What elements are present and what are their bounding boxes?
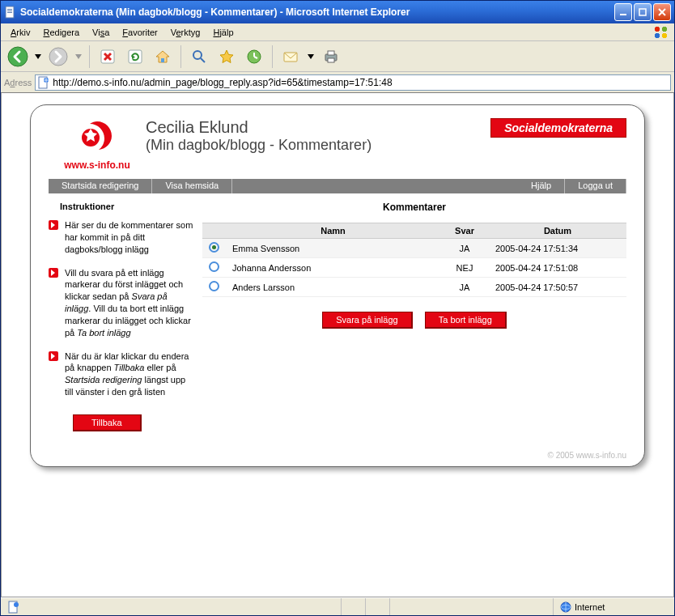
instruction-item: Vill du svara på ett inlägg markerar du … bbox=[49, 267, 194, 339]
comments-panel: Kommentarer Namn Svar Datum Emma Svensso… bbox=[202, 202, 626, 431]
cell-date: 2005-04-24 17:50:57 bbox=[489, 278, 626, 297]
svg-rect-29 bbox=[328, 58, 334, 62]
print-button[interactable] bbox=[319, 45, 343, 69]
nav-visa[interactable]: Visa hemsida bbox=[152, 179, 232, 193]
instructions-heading: Instruktioner bbox=[60, 202, 194, 211]
col-name: Namn bbox=[226, 223, 440, 239]
refresh-button[interactable] bbox=[123, 45, 147, 69]
back-button[interactable] bbox=[6, 45, 30, 69]
status-cell bbox=[389, 598, 414, 615]
page-icon bbox=[4, 6, 17, 19]
address-label: Adress bbox=[4, 78, 32, 87]
table-row[interactable]: Emma SvenssonJA2005-04-24 17:51:34 bbox=[202, 239, 626, 258]
bullet-icon bbox=[49, 268, 58, 278]
nav-startsida[interactable]: Startsida redigering bbox=[49, 179, 152, 193]
cell-answer: JA bbox=[440, 278, 489, 297]
forward-dropdown[interactable] bbox=[74, 45, 83, 69]
menu-redigera[interactable]: Redigera bbox=[36, 26, 86, 39]
svg-rect-5 bbox=[639, 9, 646, 15]
svg-rect-2 bbox=[7, 11, 12, 11]
cell-date: 2005-04-24 17:51:08 bbox=[489, 258, 626, 278]
status-zone-label: Internet bbox=[575, 602, 605, 612]
search-button[interactable] bbox=[187, 45, 211, 69]
favorites-button[interactable] bbox=[214, 45, 239, 69]
svg-rect-18 bbox=[161, 58, 164, 62]
svg-point-19 bbox=[193, 51, 202, 59]
close-button[interactable] bbox=[653, 3, 671, 21]
globe-icon bbox=[560, 601, 571, 613]
mail-dropdown[interactable] bbox=[306, 45, 316, 69]
maximize-button[interactable] bbox=[634, 3, 652, 21]
radio-icon[interactable] bbox=[209, 281, 219, 291]
status-zone: Internet bbox=[553, 598, 674, 615]
svg-rect-15 bbox=[129, 50, 142, 63]
card-footer: © 2005 www.s-info.nu bbox=[49, 451, 626, 460]
svg-rect-3 bbox=[7, 12, 12, 13]
status-left bbox=[1, 598, 341, 615]
svg-rect-4 bbox=[620, 14, 626, 15]
svg-point-8 bbox=[8, 47, 28, 66]
cell-answer: JA bbox=[440, 239, 489, 258]
admin-nav: Startsida redigering Visa hemsida Hjälp … bbox=[49, 179, 626, 193]
status-cell bbox=[341, 598, 365, 615]
page-viewport: www.s-info.nu Cecilia Eklund (Min dagbok… bbox=[1, 93, 674, 597]
forward-button[interactable] bbox=[46, 45, 70, 69]
instruction-item: När du är klar klickar du endera på knap… bbox=[49, 350, 194, 398]
status-cell bbox=[365, 598, 389, 615]
table-row[interactable]: Johanna AnderssonNEJ2005-04-24 17:51:08 bbox=[202, 258, 626, 278]
history-button[interactable] bbox=[242, 45, 266, 69]
window-title: Socialdemokraterna (Min dagbok/blogg - K… bbox=[20, 6, 614, 18]
nav-loggaut[interactable]: Logga ut bbox=[565, 179, 626, 193]
instruction-item: Här ser du de kommentarer som har kommit… bbox=[49, 219, 194, 256]
window-titlebar: Socialdemokraterna (Min dagbok/blogg - K… bbox=[1, 1, 674, 23]
cell-answer: NEJ bbox=[440, 258, 489, 278]
home-button[interactable] bbox=[151, 45, 175, 69]
minimize-button[interactable] bbox=[614, 3, 632, 21]
svg-marker-11 bbox=[75, 54, 82, 59]
svg-line-20 bbox=[201, 58, 205, 62]
delete-button[interactable]: Ta bort inlägg bbox=[425, 312, 507, 329]
svg-marker-21 bbox=[220, 50, 233, 63]
svg-marker-26 bbox=[308, 54, 314, 59]
menu-arkiv[interactable]: Arkiv bbox=[4, 26, 36, 39]
instructions-panel: Instruktioner Här ser du de kommentarer … bbox=[49, 202, 202, 431]
radio-icon[interactable] bbox=[209, 261, 219, 272]
menu-visa[interactable]: Visa bbox=[86, 26, 116, 39]
radio-icon[interactable] bbox=[209, 242, 219, 253]
instruction-text: Här ser du de kommentarer som har kommit… bbox=[65, 219, 194, 256]
menu-hjalp[interactable]: Hjälp bbox=[206, 26, 240, 39]
cell-name: Johanna Andersson bbox=[226, 258, 440, 278]
brand-block: www.s-info.nu bbox=[49, 118, 146, 171]
menu-favoriter[interactable]: Favoriter bbox=[116, 26, 163, 39]
menu-verktyg[interactable]: Verktyg bbox=[164, 26, 207, 39]
windows-flag-icon bbox=[652, 24, 671, 40]
svg-point-34 bbox=[14, 602, 19, 607]
nav-hjalp[interactable]: Hjälp bbox=[518, 179, 565, 193]
back-dropdown[interactable] bbox=[33, 45, 43, 69]
party-badge: Socialdemokraterna bbox=[490, 118, 626, 138]
instruction-text: När du är klar klickar du endera på knap… bbox=[65, 350, 194, 398]
party-logo bbox=[49, 118, 146, 156]
comments-table: Namn Svar Datum Emma SvenssonJA2005-04-2… bbox=[202, 223, 626, 297]
cell-name: Anders Larsson bbox=[226, 278, 440, 297]
status-bar: Internet bbox=[1, 597, 674, 615]
page-subtitle: (Min dagbok/blogg - Kommentarer) bbox=[146, 137, 490, 154]
ie-window: Socialdemokraterna (Min dagbok/blogg - K… bbox=[0, 0, 675, 616]
url-input[interactable] bbox=[53, 77, 669, 88]
svg-rect-1 bbox=[7, 9, 12, 10]
svg-point-10 bbox=[49, 48, 67, 66]
cell-date: 2005-04-24 17:51:34 bbox=[489, 239, 626, 258]
mail-button[interactable] bbox=[278, 45, 303, 69]
menu-bar: Arkiv Redigera Visa Favoriter Verktyg Hj… bbox=[1, 23, 674, 41]
site-label: www.s-info.nu bbox=[64, 159, 130, 171]
table-row[interactable]: Anders LarssonJA2005-04-24 17:50:57 bbox=[202, 278, 626, 297]
stop-button[interactable] bbox=[96, 45, 120, 69]
svg-rect-28 bbox=[328, 51, 334, 55]
reply-button[interactable]: Svara på inlägg bbox=[322, 312, 412, 329]
address-bar: Adress bbox=[1, 72, 674, 93]
instruction-text: Vill du svara på ett inlägg markerar du … bbox=[65, 267, 194, 339]
address-field[interactable] bbox=[35, 74, 671, 91]
toolbar bbox=[1, 41, 674, 72]
back-button[interactable]: Tillbaka bbox=[73, 414, 142, 431]
bullet-icon bbox=[49, 220, 58, 230]
